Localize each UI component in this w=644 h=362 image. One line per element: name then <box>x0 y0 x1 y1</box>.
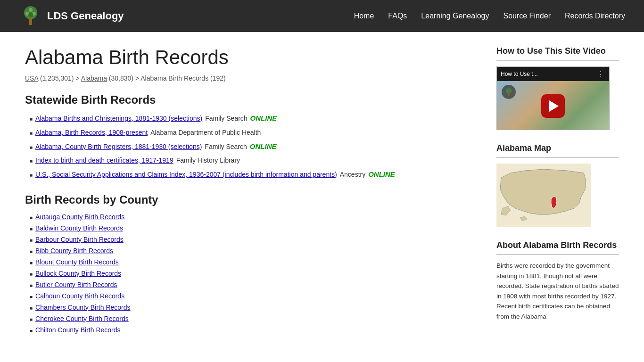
online-badge-3: ONLINE <box>250 141 277 152</box>
video-section-title: How to Use This Site Video <box>496 46 619 56</box>
nav-learning-genealogy[interactable]: Learning Genealogy <box>421 10 489 22</box>
record-source-3: Family Search <box>205 142 247 152</box>
play-triangle-icon <box>549 100 559 112</box>
list-item: Alabama, County Birth Registers, 1881-19… <box>30 141 478 152</box>
breadcrumb-usa[interactable]: USA <box>25 74 38 82</box>
sidebar-divider-1 <box>496 60 619 61</box>
breadcrumb: USA (1,235,301) > Alabama (30,830) > Ala… <box>25 74 478 82</box>
county-heading: Birth Records by County <box>25 193 478 206</box>
list-item: Alabama Births and Christenings, 1881-19… <box>30 113 478 124</box>
video-body <box>497 81 609 130</box>
map-section: Alabama Map <box>496 143 619 227</box>
video-section: How to Use This Site Video How to Use t.… <box>496 46 619 130</box>
svg-point-5 <box>28 12 33 17</box>
county-link[interactable]: Autauga County Birth Records <box>35 213 124 221</box>
list-item: Bullock County Birth Records <box>30 270 478 277</box>
about-section-title: About Alabama Birth Records <box>496 240 619 250</box>
county-link[interactable]: Bullock County Birth Records <box>35 270 121 277</box>
list-item: Barbour County Birth Records <box>30 236 478 243</box>
video-dots-icon: ⋮ <box>597 70 605 79</box>
record-source-2: Alabama Department of Public Health <box>150 128 261 138</box>
breadcrumb-usa-count: (1,235,301) <box>40 74 74 82</box>
list-item: U.S., Social Security Applications and C… <box>30 169 478 180</box>
map-section-title: Alabama Map <box>496 143 619 153</box>
page-title: Alabama Birth Records <box>25 46 478 69</box>
breadcrumb-current-count: (192) <box>210 74 226 82</box>
logo[interactable]: LDS Genealogy <box>19 4 124 28</box>
list-item: Cherokee County Birth Records <box>30 315 478 322</box>
county-link[interactable]: Baldwin County Birth Records <box>35 224 123 232</box>
video-top-bar: How to Use t... ⋮ <box>497 67 609 81</box>
county-link[interactable]: Butler County Birth Records <box>35 281 117 288</box>
county-records-list: Autauga County Birth RecordsBaldwin Coun… <box>25 213 478 334</box>
county-link[interactable]: Chambers County Birth Records <box>35 304 131 311</box>
county-link[interactable]: Calhoun County Birth Records <box>35 292 124 300</box>
list-item: Autauga County Birth Records <box>30 213 478 221</box>
alabama-map[interactable] <box>496 164 591 227</box>
record-link-5[interactable]: U.S., Social Security Applications and C… <box>35 170 337 180</box>
logo-text: LDS Genealogy <box>47 10 124 22</box>
record-link-1[interactable]: Alabama Births and Christenings, 1881-19… <box>35 114 202 123</box>
record-link-2[interactable]: Alabama, Birth Records, 1908-present <box>35 128 148 138</box>
play-button[interactable] <box>541 94 565 118</box>
county-link[interactable]: Barbour County Birth Records <box>35 236 124 243</box>
list-item: Baldwin County Birth Records <box>30 224 478 232</box>
county-link[interactable]: Blount County Birth Records <box>35 258 119 266</box>
record-link-4[interactable]: Index to birth and death certificates, 1… <box>35 156 173 165</box>
svg-rect-1 <box>29 18 32 25</box>
sidebar: How to Use This Site Video How to Use t.… <box>496 46 619 337</box>
statewide-heading: Statewide Birth Records <box>25 93 478 107</box>
breadcrumb-alabama-count: (30,830) <box>109 74 133 82</box>
list-item: Calhoun County Birth Records <box>30 292 478 300</box>
about-text: Births were recorded by the government s… <box>496 261 619 322</box>
nav-source-finder[interactable]: Source Finder <box>503 10 551 22</box>
page-wrapper: Alabama Birth Records USA (1,235,301) > … <box>16 32 628 352</box>
breadcrumb-arrow1: > <box>75 74 81 82</box>
record-source-4: Family History Library <box>176 156 240 165</box>
video-logo-overlay <box>502 85 516 99</box>
list-item: Bibb County Birth Records <box>30 247 478 255</box>
video-thumbnail[interactable]: How to Use t... ⋮ <box>496 66 610 130</box>
online-badge-5: ONLINE <box>368 169 395 180</box>
list-item: Chambers County Birth Records <box>30 304 478 311</box>
list-item: Butler County Birth Records <box>30 281 478 288</box>
main-nav: Home FAQs Learning Genealogy Source Find… <box>354 10 625 22</box>
sidebar-divider-3 <box>496 254 619 255</box>
statewide-records-list: Alabama Births and Christenings, 1881-19… <box>25 113 478 180</box>
record-source-1: Family Search <box>205 114 247 123</box>
county-link[interactable]: Chilton County Birth Records <box>35 326 121 334</box>
main-content: Alabama Birth Records USA (1,235,301) > … <box>25 46 478 337</box>
breadcrumb-alabama[interactable]: Alabama <box>81 74 107 82</box>
list-item: Blount County Birth Records <box>30 258 478 266</box>
county-link[interactable]: Cherokee County Birth Records <box>35 315 129 322</box>
about-section: About Alabama Birth Records Births were … <box>496 240 619 322</box>
online-badge-1: ONLINE <box>250 113 277 124</box>
usa-map-svg <box>496 164 591 227</box>
nav-home[interactable]: Home <box>354 10 374 22</box>
list-item: Chilton County Birth Records <box>30 326 478 334</box>
list-item: Alabama, Birth Records, 1908-present Ala… <box>30 128 478 138</box>
video-top-text: How to Use t... <box>501 71 538 77</box>
record-source-5: Ancestry <box>340 170 365 180</box>
tree-icon <box>504 87 513 97</box>
svg-point-2 <box>29 8 33 12</box>
list-item: Index to birth and death certificates, 1… <box>30 156 478 165</box>
nav-records-directory[interactable]: Records Directory <box>565 10 625 22</box>
logo-icon <box>19 4 42 28</box>
sidebar-divider-2 <box>496 157 619 158</box>
nav-faqs[interactable]: FAQs <box>388 10 407 22</box>
record-link-3[interactable]: Alabama, County Birth Registers, 1881-19… <box>35 142 202 152</box>
breadcrumb-arrow2: > Alabama Birth Records <box>135 74 210 82</box>
svg-rect-7 <box>508 93 510 96</box>
county-link[interactable]: Bibb County Birth Records <box>35 247 113 255</box>
